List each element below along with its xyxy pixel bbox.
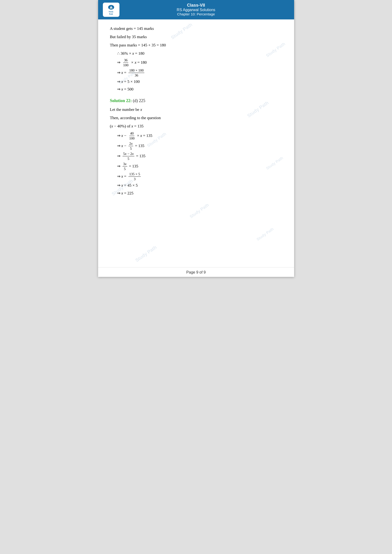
implies-1: ⇒	[117, 59, 120, 66]
fraction-36-100: 36 100	[123, 58, 129, 67]
step-x-500: ⇒ x = 500	[117, 86, 282, 93]
step-x-equals-fraction: ⇒ x = 180 × 100 36	[117, 68, 282, 77]
step2-b7: ⇒ x = 225	[117, 190, 282, 197]
header-titles: Class-VII RS Aggarwal Solutions Chapter …	[103, 3, 289, 16]
implies-b1: ⇒ x −	[117, 132, 126, 139]
header: StudyPath Class-VII RS Aggarwal Solution…	[98, 0, 294, 19]
step2b4-post: = 135	[128, 163, 138, 170]
line-x-40-percent: (x − 40%) of x = 135	[110, 123, 282, 130]
logo-text: StudyPath	[109, 11, 113, 15]
footer: Page 9 of 9	[98, 267, 294, 277]
implies-b3: ⇒	[117, 153, 120, 160]
step2-b5: ⇒ x = 135 × 5 3	[117, 172, 282, 181]
fraction-3x-5: 3x 5	[123, 162, 127, 171]
implies-b7: ⇒ x = 225	[117, 190, 133, 197]
fraction-2x-5: 2x 5	[128, 141, 133, 151]
line-failed-by: But failed by 35 marks	[110, 34, 282, 41]
line-pass-marks: Then pass marks = 145 + 35 = 180	[110, 42, 282, 49]
step2b3-post: = 135	[135, 153, 146, 160]
content-area: A student gets = 145 marks But failed by…	[98, 19, 294, 267]
step-therefore-36: ∴ 36% × x = 180	[117, 50, 282, 57]
implies-3: ⇒ x = 5 × 100	[117, 78, 140, 85]
line-let-number: Let the number be x	[110, 106, 282, 113]
chapter-line: Chapter 10: Percentage	[103, 12, 289, 16]
implies-b2: ⇒ x −	[117, 143, 126, 149]
implies-b4: ⇒	[117, 163, 120, 170]
solution-label: Solution 22:	[110, 98, 132, 103]
step-x-5x100: ⇒ x = 5 × 100	[117, 78, 282, 85]
pen-icon	[108, 4, 114, 11]
implies-2: ⇒ x =	[117, 69, 126, 76]
step2-post: × x = 180	[130, 59, 147, 66]
implies-b5: ⇒ x =	[117, 173, 126, 180]
logo: StudyPath	[103, 3, 119, 17]
fraction-180x100-36: 180 × 100 36	[128, 68, 144, 77]
fraction-135x5-3: 135 × 5 3	[128, 172, 141, 181]
step-fraction-36-100: ⇒ 36 100 × x = 180	[117, 58, 282, 67]
step2-b1: ⇒ x − 40 100 × x = 135	[117, 131, 282, 140]
step2-b6: ⇒ x = 45 × 5	[117, 182, 282, 189]
step2b-post: × x = 135	[136, 132, 152, 139]
rs-line: RS Aggarwal Solutions	[103, 8, 289, 12]
implies-b6: ⇒ x = 45 × 5	[117, 182, 138, 189]
therefore-symbol: ∴ 36% × x = 180	[117, 50, 145, 57]
page: StudyPath Class-VII RS Aggarwal Solution…	[98, 0, 294, 277]
implies-4: ⇒ x = 500	[117, 86, 133, 93]
step2-b2: ⇒ x − 2x 5 = 135	[117, 141, 282, 151]
fraction-40-100: 40 100	[128, 131, 135, 140]
step2-b3: ⇒ 5x − 2x 5 = 135	[117, 152, 282, 161]
fraction-5x-2x-5: 5x − 2x 5	[123, 152, 134, 161]
page-info: Page 9 of 9	[186, 270, 206, 274]
line-according-to: Then, according to the question	[110, 115, 282, 122]
solution-22-heading: Solution 22: (d) 225	[110, 97, 282, 104]
solution-answer: (d) 225	[133, 98, 146, 103]
line-student-gets: A student gets = 145 marks	[110, 25, 282, 32]
step2-b4: ⇒ 3x 5 = 135	[117, 162, 282, 171]
step2b2-post: = 135	[134, 143, 144, 149]
class-line: Class-VII	[103, 3, 289, 8]
